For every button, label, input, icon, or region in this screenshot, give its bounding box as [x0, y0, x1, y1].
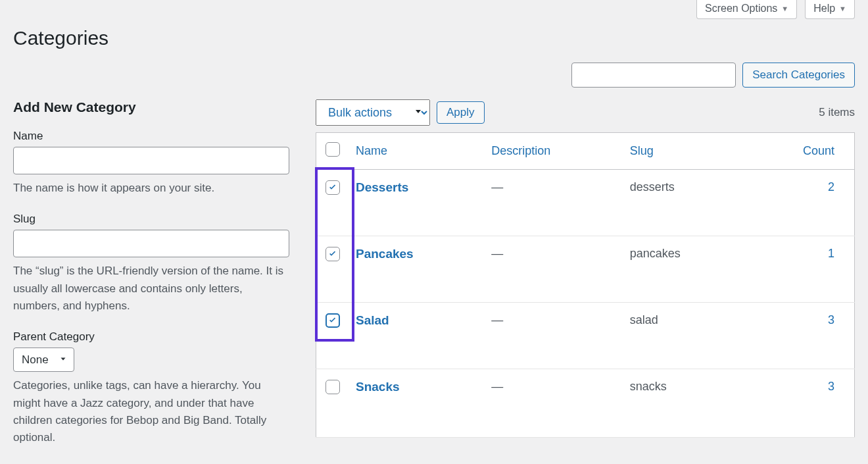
triangle-down-icon: ▼ — [839, 5, 846, 13]
slug-input[interactable] — [13, 230, 289, 257]
name-label: Name — [13, 130, 289, 143]
category-slug: desserts — [622, 170, 745, 236]
category-name-link[interactable]: Pancakes — [356, 247, 414, 261]
table-row: Snacks—snacks3 — [316, 369, 855, 438]
category-slug: salad — [622, 303, 745, 369]
name-input[interactable] — [13, 147, 289, 174]
col-name[interactable]: Name — [348, 133, 483, 170]
category-name-link[interactable]: Desserts — [356, 180, 408, 194]
category-count-link[interactable]: 3 — [828, 380, 834, 393]
row-checkbox[interactable] — [326, 247, 340, 261]
category-count-link[interactable]: 1 — [828, 247, 834, 260]
categories-table: Name Description Slug Count Desserts—des… — [316, 132, 855, 438]
bulk-actions-select[interactable]: Bulk actions — [316, 99, 430, 126]
row-checkbox[interactable] — [326, 180, 340, 195]
add-new-heading: Add New Category — [13, 99, 289, 115]
col-count[interactable]: Count — [744, 133, 854, 170]
table-row: Pancakes—pancakes1 — [316, 236, 855, 303]
items-count: 5 items — [819, 106, 855, 119]
search-input[interactable] — [571, 63, 736, 88]
row-checkbox[interactable] — [326, 313, 340, 328]
apply-button[interactable]: Apply — [437, 101, 485, 124]
category-count-link[interactable]: 2 — [828, 180, 834, 193]
parent-select[interactable]: None — [13, 348, 74, 372]
col-slug[interactable]: Slug — [622, 133, 745, 170]
category-name-link[interactable]: Salad — [356, 313, 389, 327]
category-description: — — [483, 236, 622, 303]
category-slug: pancakes — [622, 236, 745, 303]
category-count-link[interactable]: 3 — [828, 313, 834, 326]
help-label: Help — [813, 3, 835, 14]
screen-options-button[interactable]: Screen Options ▼ — [696, 0, 797, 19]
category-description: — — [483, 170, 622, 236]
name-help: The name is how it appears on your site. — [13, 180, 289, 197]
col-description[interactable]: Description — [483, 133, 622, 170]
table-row: Desserts—desserts2 — [316, 170, 855, 236]
category-slug: snacks — [622, 369, 745, 438]
parent-help: Categories, unlike tags, can have a hier… — [13, 377, 289, 446]
search-categories-button[interactable]: Search Categories — [742, 63, 855, 88]
select-all-checkbox[interactable] — [326, 142, 340, 157]
category-description: — — [483, 303, 622, 369]
page-title: Categories — [13, 27, 855, 49]
help-button[interactable]: Help ▼ — [805, 0, 855, 19]
row-checkbox[interactable] — [326, 380, 340, 394]
triangle-down-icon: ▼ — [781, 5, 788, 13]
slug-help: The “slug” is the URL-friendly version o… — [13, 263, 289, 315]
category-description: — — [483, 369, 622, 438]
parent-label: Parent Category — [13, 330, 289, 344]
category-name-link[interactable]: Snacks — [356, 380, 400, 394]
table-row: Salad—salad3 — [316, 303, 855, 369]
slug-label: Slug — [13, 213, 289, 226]
screen-options-label: Screen Options — [705, 3, 777, 14]
